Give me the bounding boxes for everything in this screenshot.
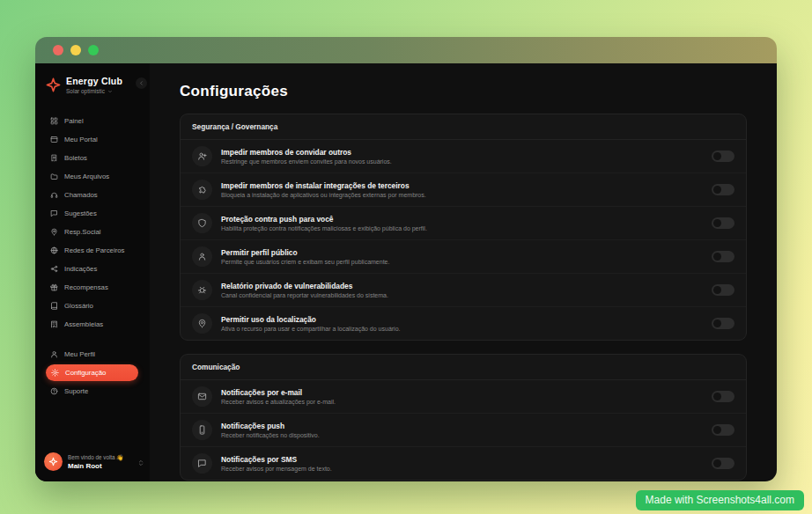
receipt-icon: [50, 154, 58, 162]
sidebar-item-label: Meu Portal: [64, 136, 98, 143]
chat-icon: [50, 209, 58, 217]
smartphone-icon: [192, 420, 212, 440]
user-plus-icon: [192, 146, 212, 166]
folder-icon: [50, 173, 58, 180]
share-icon: [50, 265, 58, 273]
made-with-badge[interactable]: Made with Screenshots4all.com: [636, 490, 804, 510]
compass-star-icon: [46, 77, 61, 92]
sidebar-item-painel[interactable]: Painel: [35, 112, 150, 130]
toggle-impedir-convites[interactable]: [712, 151, 734, 162]
setting-row: Permitir uso da localização Ativa o recu…: [181, 307, 746, 340]
sidebar-item-label: Resp.Social: [64, 228, 101, 236]
globe-icon: [50, 246, 58, 254]
headset-icon: [50, 191, 58, 199]
sidebar-item-assembleias[interactable]: Assembleias: [35, 315, 150, 334]
setting-row: Relatório privado de vulnerabilidades Ca…: [181, 274, 746, 307]
toggle-protecao-push[interactable]: [712, 217, 734, 229]
sidebar-item-meus-arquivos[interactable]: Meus Arquivos: [35, 167, 150, 186]
setting-title: Notificações push: [221, 422, 703, 430]
maximize-button[interactable]: [88, 45, 99, 55]
mail-icon: [192, 386, 212, 407]
toggle-perfil-publico[interactable]: [712, 251, 734, 262]
setting-description: Receber avisos por mensagem de texto.: [221, 466, 703, 472]
app-window: Energy Club Solar optimistic Painel M: [35, 37, 777, 481]
setting-title: Impedir membros de instalar integrações …: [221, 181, 703, 190]
setting-description: Habilita proteção contra notificações ma…: [221, 225, 703, 231]
gift-icon: [50, 283, 58, 291]
user-greeting: Bem vindo de volta 👋: [68, 454, 132, 461]
toggle-notificacoes-sms[interactable]: [712, 458, 734, 469]
sidebar-item-suporte[interactable]: Suporte: [35, 382, 150, 400]
shield-icon: [192, 213, 212, 233]
sidebar-item-meu-portal[interactable]: Meu Portal: [35, 130, 150, 149]
brand: Energy Club Solar optimistic: [35, 63, 150, 98]
page-title: Configurações: [180, 83, 747, 100]
section-seguranca-governanca: Segurança / Governança Impedir membros d…: [180, 114, 747, 341]
sidebar-item-label: Sugestões: [64, 209, 97, 217]
grid-icon: [50, 117, 58, 125]
setting-title: Impedir membros de convidar outros: [221, 148, 703, 157]
setting-title: Proteção contra push para você: [221, 215, 703, 224]
sidebar-item-label: Boletos: [64, 154, 87, 162]
setting-row: Permitir perfil público Permite que usuá…: [181, 240, 746, 274]
setting-row: Notificações por e-mail Receber avisos e…: [181, 380, 746, 414]
section-comunicacao: Comunicação Notificações por e-mail Rece…: [180, 354, 747, 481]
building-icon: [50, 320, 58, 328]
sidebar-item-resp-social[interactable]: Resp.Social: [35, 223, 150, 241]
sidebar-item-glossario[interactable]: Glossário: [35, 297, 150, 315]
setting-description: Restringe que membros enviem convites pa…: [221, 158, 703, 165]
setting-title: Notificações por e-mail: [221, 388, 703, 397]
sidebar-item-sugestoes[interactable]: Sugestões: [35, 204, 150, 223]
setting-description: Canal confidencial para reportar vulnera…: [221, 292, 703, 298]
user-account-switcher[interactable]: Bem vindo de volta 👋 Main Root: [35, 444, 150, 481]
setting-row: Proteção contra push para você Habilita …: [181, 207, 746, 240]
section-title: Segurança / Governança: [181, 114, 746, 140]
section-title: Comunicação: [181, 355, 746, 380]
theme-selector[interactable]: Solar optimistic: [66, 88, 122, 94]
window-titlebar: [35, 37, 777, 63]
bug-icon: [192, 280, 212, 300]
setting-row: Impedir membros de convidar outros Restr…: [181, 140, 746, 173]
setting-row: Notificações por SMS Receber avisos por …: [181, 447, 746, 480]
avatar: [44, 452, 63, 471]
chevron-left-icon: [138, 80, 144, 86]
close-button[interactable]: [53, 45, 63, 55]
sidebar-item-label: Recompensas: [64, 283, 108, 291]
sidebar-item-label: Meu Perfil: [64, 350, 95, 358]
sidebar-item-boletos[interactable]: Boletos: [35, 149, 150, 167]
browser-icon: [50, 136, 58, 143]
setting-title: Permitir perfil público: [221, 248, 703, 257]
book-icon: [50, 302, 58, 310]
minimize-button[interactable]: [70, 45, 81, 55]
setting-description: Receber avisos e atualizações por e-mail…: [221, 399, 703, 405]
theme-label: Solar optimistic: [66, 88, 105, 94]
sidebar-item-indicacoes[interactable]: Indicações: [35, 260, 150, 278]
sidebar-item-redes-de-parceiros[interactable]: Redes de Parceiros: [35, 241, 150, 260]
sidebar-item-label: Chamados: [64, 191, 98, 199]
sidebar-item-chamados[interactable]: Chamados: [35, 186, 150, 204]
toggle-localizacao[interactable]: [712, 318, 734, 329]
chevrons-up-down-icon: [137, 454, 144, 470]
map-pin-icon: [50, 228, 58, 236]
toggle-relatorio-vulnerabilidades[interactable]: [712, 284, 734, 296]
setting-title: Relatório privado de vulnerabilidades: [221, 282, 703, 290]
brand-name: Energy Club: [66, 76, 122, 86]
sidebar-item-meu-perfil[interactable]: Meu Perfil: [35, 345, 150, 363]
sidebar-item-configuracao[interactable]: Configuração: [46, 364, 138, 381]
setting-description: Permite que usuários criem e exibam seu …: [221, 259, 703, 265]
toggle-impedir-integracoes[interactable]: [712, 184, 734, 195]
toggle-notificacoes-email[interactable]: [712, 391, 734, 402]
sidebar-item-label: Meus Arquivos: [64, 173, 109, 180]
settings-page: Configurações Segurança / Governança Imp…: [150, 63, 777, 481]
sidebar-item-label: Glossário: [64, 302, 93, 310]
sidebar-item-recompensas[interactable]: Recompensas: [35, 278, 150, 297]
sidebar-secondary-nav: Meu Perfil Configuração Suporte: [35, 345, 150, 400]
setting-title: Notificações por SMS: [221, 455, 703, 464]
sidebar-collapse-button[interactable]: [136, 77, 147, 89]
setting-description: Ativa o recurso para usar e compartilhar…: [221, 326, 703, 332]
toggle-notificacoes-push[interactable]: [712, 424, 734, 436]
setting-title: Permitir uso da localização: [221, 315, 703, 324]
sidebar-nav: Painel Meu Portal Boletos Meus Arquivos …: [35, 112, 150, 334]
help-circle-icon: [50, 387, 58, 395]
setting-row: Notificações push Receber notificações n…: [181, 414, 746, 447]
